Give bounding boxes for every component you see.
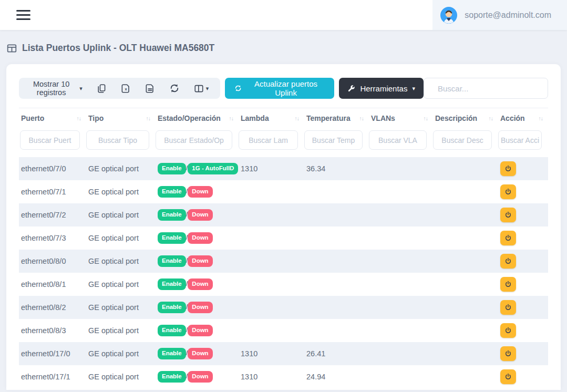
type-cell: GE optical port	[86, 273, 156, 296]
reload-icon	[169, 83, 180, 94]
admin-state-badge: Enable	[158, 302, 186, 313]
refresh-uplink-button[interactable]: Actualizar puertos Uplink	[225, 78, 334, 99]
export-excel-button[interactable]: x	[121, 84, 131, 94]
column-header[interactable]: Estado/Operación↑↓	[156, 108, 239, 128]
column-filter-input[interactable]	[20, 130, 80, 150]
lambda-cell	[239, 203, 304, 226]
type-cell: GE optical port	[86, 319, 156, 342]
column-filter-input[interactable]	[156, 130, 232, 150]
badge-separator: /	[186, 303, 188, 311]
sort-icon: ↑↓	[77, 115, 81, 121]
vlans-cell	[369, 226, 433, 250]
admin-state-badge: Enable	[158, 348, 186, 359]
column-filter-input[interactable]	[498, 130, 542, 150]
power-toggle-button[interactable]	[500, 369, 516, 384]
oper-state-badge: Down	[188, 348, 212, 359]
menu-toggle-button[interactable]	[13, 7, 34, 24]
oper-state-badge: Down	[188, 255, 212, 266]
action-cell	[498, 296, 548, 319]
description-cell	[433, 296, 498, 319]
lambda-cell	[239, 296, 304, 319]
oper-state-badge: Down	[188, 278, 212, 290]
state-cell: Enable/Down	[156, 250, 239, 273]
table-card: Mostrar 10 registros ▾ x	[6, 64, 561, 390]
lambda-cell	[239, 273, 304, 296]
table-row: ethernet0/7/0 GE optical port Enable/1G …	[19, 157, 548, 180]
column-filter-input[interactable]	[304, 130, 363, 150]
toolbar: Mostrar 10 registros ▾ x	[19, 78, 548, 99]
user-menu[interactable]: soporte@adminolt.com	[432, 0, 567, 30]
power-icon	[504, 373, 512, 380]
power-toggle-button[interactable]	[500, 161, 516, 176]
column-filter-input[interactable]	[86, 130, 149, 150]
power-toggle-button[interactable]	[500, 277, 516, 292]
column-header[interactable]: Lambda↑↓	[239, 108, 304, 128]
temperature-cell	[304, 250, 369, 273]
uplink-ports-table: Puerto↑↓Tipo↑↓Estado/Operación↑↓Lambda↑↓…	[19, 108, 548, 388]
sort-icon: ↑↓	[229, 115, 234, 121]
vlans-cell	[369, 250, 433, 273]
column-header[interactable]: VLANs↑↓	[369, 108, 433, 128]
export-file-button[interactable]	[145, 84, 155, 94]
table-row: ethernet0/17/0 GE optical port Enable/Do…	[19, 342, 548, 365]
power-icon	[504, 350, 512, 357]
export-file-icon	[145, 84, 155, 94]
power-icon	[504, 281, 512, 288]
lambda-cell	[239, 250, 304, 273]
power-toggle-button[interactable]	[500, 346, 516, 361]
column-header[interactable]: Puerto↑↓	[19, 108, 86, 128]
description-cell	[433, 342, 498, 365]
table-icon	[6, 43, 17, 54]
port-cell: ethernet0/7/2	[19, 203, 86, 226]
vlans-cell	[369, 180, 433, 203]
column-filter-input[interactable]	[369, 130, 427, 150]
copy-button[interactable]	[97, 84, 107, 94]
column-label: Estado/Operación	[158, 114, 221, 122]
type-cell: GE optical port	[86, 250, 156, 273]
badge-separator: /	[186, 349, 188, 357]
table-row: ethernet0/8/0 GE optical port Enable/Dow…	[19, 250, 548, 273]
vlans-cell	[369, 296, 433, 319]
action-cell	[498, 157, 548, 180]
tools-dropdown-button[interactable]: Herramientas ▾	[339, 78, 424, 99]
lambda-cell	[239, 180, 304, 203]
vlans-cell	[369, 203, 433, 226]
description-cell	[433, 273, 498, 296]
port-cell: ethernet0/7/3	[19, 226, 86, 250]
wrench-icon	[347, 85, 355, 92]
reload-button[interactable]	[169, 83, 180, 94]
power-toggle-button[interactable]	[500, 323, 516, 338]
column-visibility-button[interactable]: ▾	[194, 84, 209, 94]
power-toggle-button[interactable]	[500, 300, 516, 315]
sort-icon: ↑↓	[539, 115, 543, 121]
power-toggle-button[interactable]	[500, 184, 516, 199]
badge-separator: /	[186, 372, 188, 380]
lambda-cell	[239, 226, 304, 250]
port-cell: ethernet0/8/0	[19, 250, 86, 273]
description-cell	[433, 319, 498, 342]
temperature-cell	[304, 203, 369, 226]
global-search-input[interactable]	[437, 84, 543, 94]
badge-separator: /	[186, 164, 188, 172]
records-per-page-dropdown[interactable]: Mostrar 10 registros ▾	[27, 80, 83, 97]
power-toggle-button[interactable]	[500, 208, 516, 222]
column-filter-input[interactable]	[239, 130, 298, 150]
port-cell: ethernet0/8/3	[19, 319, 86, 342]
column-header[interactable]: Temperatura↑↓	[304, 108, 369, 128]
temperature-cell: 36.34	[304, 157, 369, 180]
power-toggle-button[interactable]	[500, 231, 516, 245]
column-label: VLANs	[371, 114, 395, 122]
column-header[interactable]: Descripción↑↓	[433, 108, 498, 128]
state-cell: Enable/Down	[156, 273, 239, 296]
chevron-down-icon: ▾	[412, 86, 415, 91]
column-header[interactable]: Acción↑↓	[498, 108, 548, 128]
column-filter-input[interactable]	[433, 130, 492, 150]
port-cell: ethernet0/7/1	[19, 180, 86, 203]
badge-separator: /	[186, 256, 188, 264]
state-cell: Enable/Down	[156, 226, 239, 250]
port-cell: ethernet0/17/0	[19, 342, 86, 365]
admin-state-badge: Enable	[158, 371, 186, 382]
power-toggle-button[interactable]	[500, 254, 516, 269]
oper-state-badge: Down	[188, 232, 212, 243]
column-header[interactable]: Tipo↑↓	[86, 108, 156, 128]
